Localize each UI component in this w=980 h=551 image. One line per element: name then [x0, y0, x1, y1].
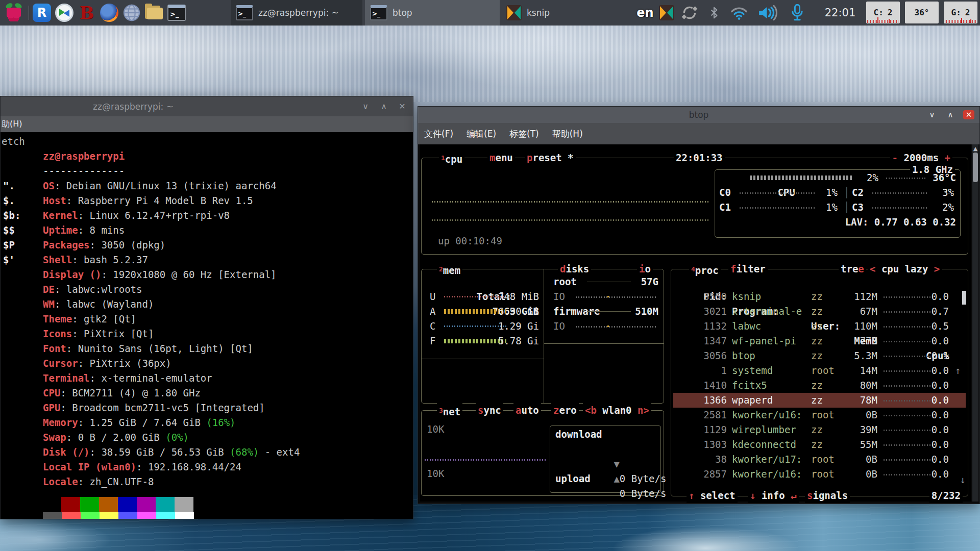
scroll-up-icon[interactable]: ▲: [972, 145, 978, 152]
btop-menu-item[interactable]: 文件(F): [424, 128, 453, 140]
menu-button[interactable]: menu: [487, 151, 515, 165]
proc-row-1303[interactable]: 1303kdeconnectdzz55M0.0: [673, 437, 966, 452]
preset-button[interactable]: preset *: [525, 151, 576, 165]
terminal-line: $'Shell: bash 5.2.37: [1, 253, 413, 267]
terminal-launcher[interactable]: >_: [166, 3, 187, 23]
select-hint[interactable]: ↑ select: [687, 488, 738, 503]
palette-swatch: [61, 497, 80, 512]
btop-menu-item[interactable]: 标签(T): [509, 128, 539, 140]
sync-tray[interactable]: [679, 0, 700, 26]
microphone-icon: [790, 4, 804, 21]
proc-row-1[interactable]: 1systemdroot14M0.0: [673, 363, 966, 378]
upload-value: 0 Byte/s: [620, 488, 667, 499]
temperature-widget[interactable]: 36°: [905, 2, 939, 23]
proc-scrollbar-thumb[interactable]: [962, 291, 966, 305]
graph-spike: [889, 19, 890, 23]
proc-row-38[interactable]: 38kworker/u17:root0B0.0: [673, 452, 966, 467]
cpu-widget-graph: [867, 20, 899, 23]
b-app-launcher[interactable]: B: [77, 3, 97, 23]
microphone-tray[interactable]: [786, 0, 808, 26]
upload-label: upload: [555, 471, 591, 486]
close-button[interactable]: ✕: [963, 110, 974, 119]
volume-tray[interactable]: [753, 0, 783, 26]
proc-row-3056[interactable]: 3056btopzz5.3M0.1: [673, 348, 966, 363]
cpu-temp: 36°C: [933, 170, 956, 185]
close-button[interactable]: ✕: [397, 101, 408, 112]
proc-row-1410[interactable]: 1410fcitx5zz80M0.0: [673, 378, 966, 393]
minimize-button[interactable]: ∨: [360, 101, 371, 112]
scrollbar-thumb[interactable]: [973, 153, 978, 182]
btop-titlebar[interactable]: btop ∨ ∧ ✕: [418, 107, 979, 123]
terminal-line: Font: Nunito Sans (16pt, Light) [Qt]: [1, 341, 413, 356]
btop-scrollbar[interactable]: ▲: [972, 144, 978, 502]
clock[interactable]: 22:01: [817, 0, 864, 26]
net-interface-selector[interactable]: <b wlan0 n>: [583, 403, 651, 418]
globe-icon: [122, 4, 141, 22]
mem-disks-divider: [544, 269, 544, 403]
cpu-widget-label: C:: [874, 8, 884, 17]
palette-swatch: [100, 512, 118, 519]
rpi-berry: [7, 8, 21, 21]
cpu-box: 1cpu menu preset * 22:01:33 - 2000ms + u…: [421, 158, 968, 255]
gpu-usage-widget[interactable]: G: 2: [944, 2, 977, 23]
disk-row-firmware: firmware510M: [551, 304, 659, 319]
terminal-content[interactable]: etchzz@raspberrypi--------------".OS: De…: [1, 132, 413, 519]
folder-icon: [145, 6, 163, 20]
proc-row-2581[interactable]: 2581kworker/u16:root0B0.0: [673, 408, 966, 422]
temp-widget-value: 36°: [915, 8, 929, 17]
net-box-label[interactable]: 3net: [437, 403, 462, 419]
firefox-launcher[interactable]: [99, 3, 119, 23]
file-manager-launcher[interactable]: [144, 3, 164, 23]
proc-row-3550[interactable]: 3550ksnipzz112M0.0: [673, 289, 966, 304]
proc-row-3021[interactable]: 3021x-terminal-ezz67M0.7: [673, 304, 966, 319]
task-ksnip[interactable]: ksnip: [501, 0, 629, 26]
net-option-zero[interactable]: zero: [551, 403, 579, 418]
minimize-button[interactable]: ∨: [926, 109, 938, 120]
download-label: download: [555, 427, 602, 442]
ksnip-tray[interactable]: [657, 0, 676, 26]
maximize-button[interactable]: ∧: [945, 109, 956, 120]
btop-menu-item[interactable]: 帮助(H): [552, 128, 583, 140]
circular-arrows-launcher[interactable]: [54, 3, 75, 23]
proc-scroll-down-icon[interactable]: ↓: [960, 472, 966, 487]
vnc-launcher[interactable]: R: [32, 3, 52, 23]
info-hint[interactable]: ↓ info ↵: [748, 488, 799, 503]
proc-row-1129[interactable]: 1129wireplumberzz39M0.0: [673, 422, 966, 437]
uptime-label: up 00:10:49: [438, 234, 502, 248]
proc-header-row: Pid: Program: User: MemB Cpu% ↑: [673, 274, 966, 289]
proc-row-1347[interactable]: 1347wf-panel-pizz77M0.0: [673, 334, 966, 348]
load-average: LAV: 0.77 0.63 0.32: [845, 215, 956, 230]
proc-row-1132[interactable]: 1132labwczz110M0.5: [673, 319, 966, 334]
signals-hint[interactable]: signals: [805, 488, 850, 503]
cpu-usage-widget[interactable]: C: 2: [866, 2, 900, 23]
terminal-line: WM: labwc (Wayland): [1, 297, 413, 312]
mem-row-F: F5.78 Gi: [430, 334, 539, 348]
terminal-line: Memory: 1.25 GiB / 7.64 GiB (16%): [1, 415, 413, 430]
input-method-indicator[interactable]: en: [634, 0, 656, 26]
terminal-line: ".OS: Debian GNU/Linux 13 (trixie) aarch…: [1, 179, 413, 193]
graph-spike: [970, 19, 971, 23]
palette-swatch: [175, 512, 194, 519]
maximize-button[interactable]: ∧: [378, 101, 389, 112]
wifi-tray[interactable]: [727, 0, 751, 26]
terminal-line: Terminal: x-terminal-emulator: [1, 371, 413, 386]
browser-launcher[interactable]: [121, 3, 142, 23]
btop-menu-item[interactable]: 编辑(E): [467, 128, 496, 140]
bluetooth-tray[interactable]: [705, 0, 723, 26]
cpu-box-label[interactable]: 1cpu: [439, 151, 464, 167]
rpi-menu-icon[interactable]: [4, 3, 23, 22]
task-terminal[interactable]: >_ zz@raspberrypi: ~: [231, 0, 362, 26]
mem-row-A: A6.90 Gi: [430, 304, 539, 319]
task-btop[interactable]: >_ btop: [365, 0, 500, 26]
menu-help-partial[interactable]: 助(H): [1, 119, 22, 130]
proc-row-2857[interactable]: 2857kworker/u16:root0B0.0: [673, 467, 966, 482]
gpu-widget-label: G:: [951, 8, 961, 17]
net-option-auto[interactable]: auto: [513, 403, 541, 418]
net-option-sync[interactable]: sync: [476, 403, 503, 418]
terminal-line: Swap: 0 B / 2.00 GiB (0%): [1, 430, 413, 445]
btop-tui: 1cpu menu preset * 22:01:33 - 2000ms + u…: [420, 144, 971, 502]
terminal-menubar: 助(H): [1, 116, 413, 132]
terminal-line: $.Host: Raspberry Pi 4 Model B Rev 1.5: [1, 193, 413, 208]
proc-row-1366[interactable]: 1366wpaperdzz78M0.0: [673, 393, 966, 408]
terminal-titlebar[interactable]: zz@raspberrypi: ~ ∨ ∧ ✕: [1, 96, 413, 116]
